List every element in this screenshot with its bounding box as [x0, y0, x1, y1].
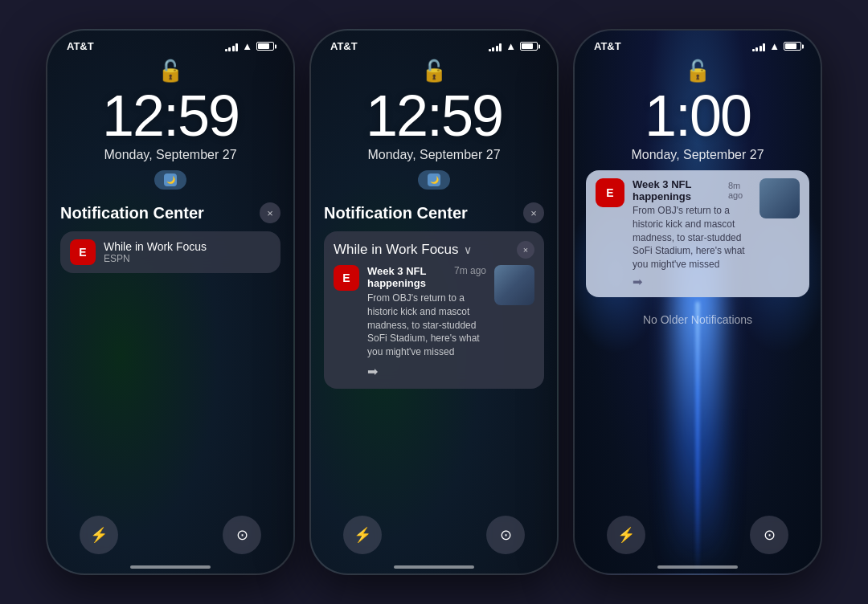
lock-icon-3: 🔓 [685, 59, 710, 84]
chevron-down-icon-2[interactable]: ∨ [464, 243, 472, 256]
espn-app-icon-2: E [334, 265, 359, 291]
status-bar-2: AT&T ▲ [311, 31, 557, 52]
camera-button-3[interactable]: ⊙ [750, 516, 788, 554]
status-icons-1: ▲ [225, 40, 274, 52]
phone-1: AT&T ▲ 🔓 12:59 Monday, September 27 � [46, 29, 295, 575]
espn-app-icon-3: E [596, 178, 624, 207]
espn-app-icon-1: E [70, 239, 96, 265]
phone-3: AT&T ▲ 🔓 1:00 Monday, September 27 [573, 29, 822, 575]
ls-notif-thumbnail-3 [760, 178, 800, 218]
camera-icon-2: ⊙ [500, 526, 512, 544]
notif-card-body-2: Week 3 NFL happenings 7m ago From OBJ's … [367, 265, 486, 379]
signal-icon-1 [225, 42, 239, 51]
signal-icon-2 [489, 42, 502, 51]
ls-notif-arrow-3: ➡ [633, 275, 751, 289]
date-display-3: Monday, September 27 [631, 148, 764, 162]
notif-card-expanded-2: While in Work Focus ∨ × E Week 3 NFL hap… [324, 231, 544, 389]
lockscreen-notif-3[interactable]: E Week 3 NFL happenings 8m ago From OBJ'… [586, 170, 809, 297]
flashlight-icon-2: ⚡ [354, 526, 371, 544]
carrier-2: AT&T [330, 40, 358, 52]
carrier-1: AT&T [67, 40, 94, 52]
phone-bottom-1: ⚡ ⊙ [47, 516, 293, 554]
wifi-icon-3: ▲ [769, 40, 780, 52]
notif-center-title-2: Notification Center [324, 204, 468, 222]
flashlight-button-2[interactable]: ⚡ [343, 516, 382, 554]
notif-link-arrow-2[interactable]: ➡ [367, 364, 486, 379]
notif-center-close-2[interactable]: × [523, 202, 544, 223]
notif-center-close-1[interactable]: × [260, 202, 280, 223]
flashlight-icon-1: ⚡ [90, 526, 108, 544]
home-indicator-2 [394, 565, 474, 569]
flashlight-icon-3: ⚡ [617, 526, 635, 544]
camera-button-2[interactable]: ⊙ [486, 516, 525, 554]
phone-bottom-2: ⚡ ⊙ [311, 516, 557, 554]
focus-badge-2: 🌙 [418, 170, 450, 190]
notif-card-desc-2: From OBJ's return to a historic kick and… [367, 292, 486, 359]
home-indicator-3 [657, 565, 738, 569]
lock-content-2: 🔓 12:59 Monday, September 27 🌙 [311, 52, 557, 190]
notif-center-header-1: Notification Center × [60, 202, 280, 223]
battery-icon-3 [784, 42, 801, 51]
phone-bottom-3: ⚡ ⊙ [575, 516, 821, 554]
phone-2: AT&T ▲ 🔓 12:59 Monday, September 27 🌙 [309, 29, 559, 575]
notification-center-2: Notification Center × While in Work Focu… [311, 202, 557, 389]
signal-icon-3 [752, 42, 766, 51]
wifi-icon-1: ▲ [242, 40, 252, 52]
flashlight-button-1[interactable]: ⚡ [80, 516, 118, 554]
date-display-1: Monday, September 27 [104, 148, 236, 162]
no-older-notifs-3: No Older Notifications [575, 313, 821, 326]
camera-icon-3: ⊙ [764, 526, 776, 544]
notif-group-close-2[interactable]: × [517, 241, 534, 259]
camera-button-1[interactable]: ⊙ [223, 516, 261, 554]
notif-center-title-1: Notification Center [60, 204, 204, 222]
lock-content-1: 🔓 12:59 Monday, September 27 🌙 [47, 52, 293, 190]
notif-row-collapsed-1[interactable]: E While in Work Focus ESPN [60, 231, 280, 273]
notif-card-time-2: 7m ago [454, 265, 486, 276]
time-display-2: 12:59 [366, 87, 502, 145]
date-display-2: Monday, September 27 [367, 148, 500, 162]
ls-notif-time-3: 8m ago [728, 181, 751, 200]
status-icons-2: ▲ [489, 40, 538, 52]
focus-badge-icon-1: 🌙 [164, 173, 177, 186]
battery-icon-2 [520, 42, 538, 51]
notif-center-header-2: Notification Center × [324, 202, 544, 223]
notif-thumbnail-2 [494, 265, 534, 305]
notif-group-header-2: While in Work Focus ∨ × [334, 241, 534, 259]
ls-notif-title-row-3: Week 3 NFL happenings 8m ago [633, 178, 751, 202]
wifi-icon-2: ▲ [506, 40, 516, 52]
ls-notif-body-3: Week 3 NFL happenings 8m ago From OBJ's … [633, 178, 751, 289]
home-indicator-1 [130, 565, 211, 569]
lock-icon-2: 🔓 [421, 59, 447, 84]
status-bar-1: AT&T ▲ [47, 31, 293, 52]
notif-card-row-2: E Week 3 NFL happenings 7m ago From OBJ'… [334, 265, 534, 379]
status-bar-3: AT&T ▲ [575, 31, 821, 52]
flashlight-button-3[interactable]: ⚡ [607, 516, 645, 554]
notif-group-label-1: While in Work Focus [104, 240, 271, 253]
notif-group-sublabel-1: ESPN [104, 253, 271, 264]
lock-content-3: 🔓 1:00 Monday, September 27 [575, 52, 821, 162]
ls-notif-title-3: Week 3 NFL happenings [633, 178, 728, 202]
ls-notif-desc-3: From OBJ's return to a historic kick and… [633, 204, 751, 271]
notification-center-1: Notification Center × E While in Work Fo… [47, 202, 293, 273]
time-display-3: 1:00 [645, 87, 751, 145]
notif-text-area-1: While in Work Focus ESPN [104, 240, 271, 264]
notif-card-title-row-2: Week 3 NFL happenings 7m ago [367, 265, 486, 289]
focus-badge-icon-2: 🌙 [428, 173, 440, 186]
carrier-3: AT&T [594, 40, 621, 52]
time-display-1: 12:59 [102, 87, 239, 145]
notif-card-title-2: Week 3 NFL happenings [367, 265, 448, 289]
camera-icon-1: ⊙ [236, 526, 248, 544]
status-icons-3: ▲ [752, 40, 801, 52]
notif-group-title-2: While in Work Focus [334, 242, 459, 258]
battery-icon-1 [256, 42, 274, 51]
focus-badge-1: 🌙 [154, 170, 186, 190]
lock-icon-1: 🔓 [158, 59, 183, 84]
